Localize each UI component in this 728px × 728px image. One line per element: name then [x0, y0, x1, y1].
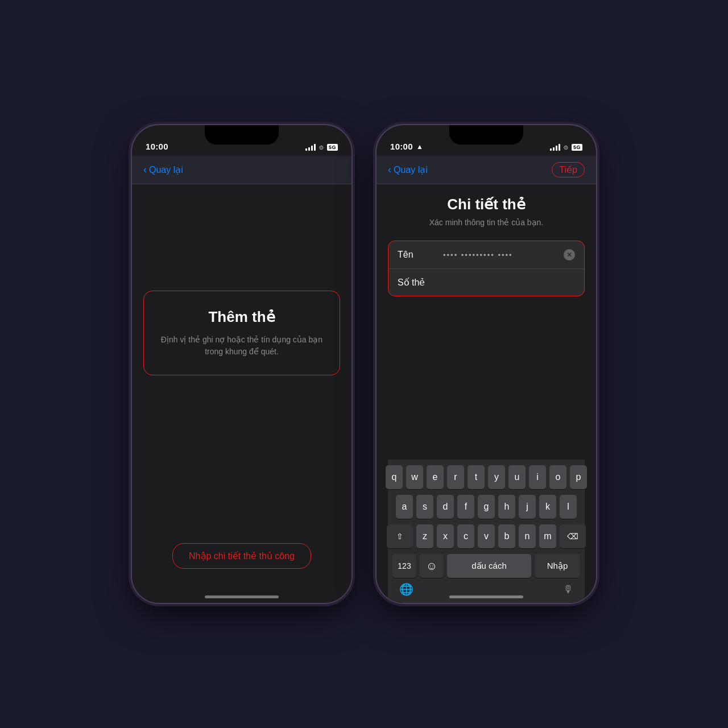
keyboard-bottom-row: 123 ☺ dấu cách Nhập	[390, 554, 582, 578]
back-arrow-icon-1: ‹	[143, 164, 147, 176]
page-subtitle: Xác minh thông tin thẻ của bạn.	[388, 218, 585, 227]
nav-bar-2: ‹ Quay lại Tiếp	[377, 156, 596, 184]
manual-entry-button[interactable]: Nhập chi tiết thẻ thủ công	[172, 543, 311, 569]
key-j[interactable]: j	[519, 495, 536, 519]
card-form: Tên •••• ••••••••• •••• ✕ Số thẻ	[388, 241, 585, 296]
key-a[interactable]: a	[396, 495, 413, 519]
keyboard-row-1: q w e r t y u i o p	[390, 465, 582, 489]
key-n[interactable]: n	[519, 524, 536, 548]
keyboard-row-2: a s d f g h j k l	[390, 495, 582, 519]
key-w[interactable]: w	[406, 465, 423, 489]
key-r[interactable]: r	[447, 465, 464, 489]
signal-icon-2	[550, 144, 560, 151]
globe-icon[interactable]: 🌐	[399, 582, 413, 596]
key-e[interactable]: e	[427, 465, 444, 489]
name-value: •••• ••••••••• ••••	[443, 250, 564, 259]
name-row[interactable]: Tên •••• ••••••••• •••• ✕	[388, 241, 584, 269]
battery-2: 5G	[572, 144, 582, 151]
back-button-2[interactable]: ‹ Quay lại	[388, 164, 428, 176]
phone-2: 10:00 ▲ ⌾ 5G ‹ Quay lại Tiếp Chi tiết th…	[375, 124, 597, 604]
clear-name-button[interactable]: ✕	[564, 249, 575, 260]
key-p[interactable]: p	[570, 465, 587, 489]
key-l[interactable]: l	[560, 495, 577, 519]
keyboard-row-3: ⇧ z x c v b n m ⌫	[390, 524, 582, 548]
key-u[interactable]: u	[508, 465, 526, 489]
key-space[interactable]: dấu cách	[447, 554, 531, 578]
status-time-1: 10:00	[146, 142, 168, 151]
mic-icon[interactable]: 🎙	[563, 584, 573, 595]
back-button-1[interactable]: ‹ Quay lại	[143, 164, 183, 176]
status-icons-1: ⌾ 5G	[305, 143, 338, 151]
nav-bar-1: ‹ Quay lại	[132, 156, 351, 184]
home-indicator-2	[449, 595, 523, 598]
key-k[interactable]: k	[539, 495, 556, 519]
key-return[interactable]: Nhập	[535, 554, 580, 578]
back-arrow-icon-2: ‹	[388, 164, 391, 176]
key-t[interactable]: t	[468, 465, 485, 489]
key-x[interactable]: x	[437, 524, 454, 548]
home-indicator-1	[205, 595, 279, 598]
wifi-icon-2: ⌾	[564, 143, 568, 151]
add-card-desc: Định vị thẻ ghi nợ hoặc thẻ tín dụng của…	[158, 334, 326, 358]
next-button[interactable]: Tiếp	[552, 162, 585, 177]
status-time-2: 10:00	[390, 142, 413, 151]
page-title: Chi tiết thẻ	[388, 196, 585, 213]
status-icons-2: ⌾ 5G	[550, 143, 582, 151]
add-card-box: Thêm thẻ Định vị thẻ ghi nợ hoặc thẻ tín…	[143, 291, 340, 375]
key-b[interactable]: b	[498, 524, 515, 548]
keyboard: q w e r t y u i o p a s d f g h j k	[388, 460, 585, 603]
phone1-main-content: Thêm thẻ Định vị thẻ ghi nợ hoặc thẻ tín…	[132, 184, 351, 603]
key-z[interactable]: z	[416, 524, 433, 548]
add-card-title: Thêm thẻ	[158, 308, 326, 326]
key-c[interactable]: c	[457, 524, 474, 548]
key-123[interactable]: 123	[392, 554, 416, 578]
key-m[interactable]: m	[539, 524, 556, 548]
key-v[interactable]: v	[478, 524, 495, 548]
key-f[interactable]: f	[457, 495, 474, 519]
key-h[interactable]: h	[498, 495, 515, 519]
dynamic-island-1	[205, 125, 279, 144]
key-i[interactable]: i	[529, 465, 546, 489]
key-g[interactable]: g	[478, 495, 495, 519]
key-s[interactable]: s	[416, 495, 433, 519]
phone-1: 10:00 ⌾ 5G ‹ Quay lại Thêm thẻ Định vị t…	[131, 124, 353, 604]
key-emoji[interactable]: ☺	[420, 554, 444, 578]
card-number-label: Số thẻ	[398, 277, 437, 288]
location-icon: ▲	[416, 143, 423, 151]
dynamic-island-2	[449, 125, 523, 144]
key-y[interactable]: y	[488, 465, 505, 489]
phone2-main-content: Chi tiết thẻ Xác minh thông tin thẻ của …	[377, 184, 596, 603]
wifi-icon-1: ⌾	[319, 143, 324, 151]
back-label-2: Quay lại	[394, 164, 428, 175]
battery-1: 5G	[327, 144, 338, 151]
key-delete[interactable]: ⌫	[560, 524, 586, 548]
content-spacer	[388, 308, 585, 460]
name-label: Tên	[398, 250, 437, 260]
signal-icon-1	[305, 144, 316, 151]
back-label-1: Quay lại	[149, 164, 183, 175]
card-number-row[interactable]: Số thẻ	[388, 269, 584, 296]
key-shift[interactable]: ⇧	[387, 524, 413, 548]
key-q[interactable]: q	[386, 465, 403, 489]
nav-action-2[interactable]: Tiếp	[551, 164, 585, 175]
key-o[interactable]: o	[549, 465, 566, 489]
key-d[interactable]: d	[437, 495, 454, 519]
